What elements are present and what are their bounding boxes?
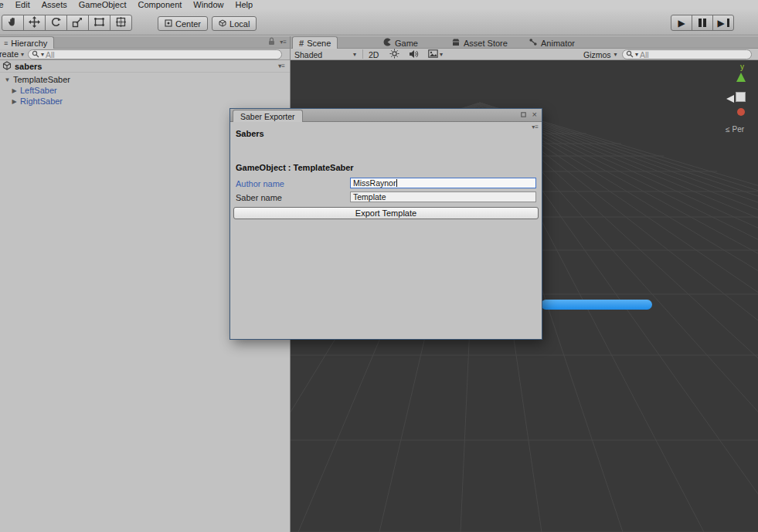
create-label: Create bbox=[0, 49, 19, 59]
exporter-heading: Sabers bbox=[236, 129, 264, 138]
y-axis-cone-icon[interactable] bbox=[736, 73, 746, 82]
pause-button[interactable] bbox=[692, 15, 713, 31]
sun-icon bbox=[389, 49, 399, 60]
chevron-down-icon: ▾ bbox=[353, 51, 356, 58]
pivot-center-button[interactable]: Center bbox=[158, 16, 208, 31]
scene-search-placeholder: All bbox=[640, 50, 649, 59]
tab-hierarchy[interactable]: ≡ Hierarchy bbox=[0, 36, 54, 49]
orientation-gizmo[interactable]: y ≤ Per bbox=[726, 64, 756, 141]
gizmos-dropdown[interactable]: Gizmos ▾ bbox=[583, 49, 617, 59]
hierarchy-tree: ▼ TemplateSaber ▶ LeftSaber ▶ RightSaber bbox=[0, 74, 290, 107]
move-tool-button[interactable] bbox=[23, 15, 46, 31]
scene-tabstrip: # Scene Game Asset Store Animator bbox=[291, 36, 758, 49]
tree-item-leftsaber[interactable]: ▶ LeftSaber bbox=[0, 85, 290, 96]
menu-bar: File Edit Assets GameObject Component Wi… bbox=[0, 0, 758, 9]
scene-search-input[interactable]: ▾ All bbox=[622, 49, 752, 59]
exporter-window-tab[interactable]: Saber Exporter bbox=[233, 110, 303, 122]
menu-item-window[interactable]: Window bbox=[193, 0, 223, 9]
transform-icon bbox=[115, 16, 127, 29]
image-effects-icon bbox=[428, 49, 438, 59]
gizmo-center-cube-icon[interactable] bbox=[736, 92, 746, 102]
play-icon: ▶ bbox=[678, 18, 685, 29]
axis-arm-icon[interactable] bbox=[726, 95, 734, 103]
hand-tool-button[interactable] bbox=[2, 15, 24, 31]
tree-item-rightsaber[interactable]: ▶ RightSaber bbox=[0, 96, 290, 107]
draw-mode-label: Shaded bbox=[294, 50, 322, 59]
game-tab-label: Game bbox=[395, 39, 418, 48]
create-dropdown[interactable]: Create ▾ bbox=[0, 49, 24, 59]
author-name-value: MissRaynor bbox=[353, 178, 396, 188]
lock-icon[interactable] bbox=[268, 37, 275, 47]
draw-mode-dropdown[interactable]: Shaded ▾ bbox=[294, 49, 356, 59]
hierarchy-search-input[interactable]: ▾ All bbox=[28, 49, 282, 59]
menu-item-assets[interactable]: Assets bbox=[42, 0, 67, 9]
pane-menu-icon[interactable]: ▾≡ bbox=[280, 39, 287, 46]
projection-label[interactable]: ≤ Per bbox=[726, 125, 744, 134]
move-icon bbox=[29, 16, 40, 29]
menu-item-component[interactable]: Component bbox=[138, 0, 182, 9]
author-name-field[interactable]: MissRaynor bbox=[350, 178, 536, 188]
scale-icon bbox=[72, 16, 83, 29]
projection-arrow-icon: ≤ bbox=[726, 125, 730, 134]
fold-closed-icon[interactable]: ▶ bbox=[11, 87, 18, 94]
pivot-center-label: Center bbox=[175, 19, 201, 29]
menu-item-file[interactable]: File bbox=[0, 0, 4, 9]
lighting-toggle-button[interactable] bbox=[389, 49, 399, 59]
fold-closed-icon[interactable]: ▶ bbox=[11, 98, 18, 105]
fold-open-icon[interactable]: ▼ bbox=[4, 76, 11, 83]
menu-item-help[interactable]: Help bbox=[235, 0, 253, 9]
game-icon bbox=[383, 38, 392, 48]
export-template-button[interactable]: Export Template bbox=[233, 207, 539, 219]
scene-hash-icon: # bbox=[299, 39, 304, 48]
playback-controls: ▶ ▶ bbox=[671, 15, 734, 31]
menu-item-gameobject[interactable]: GameObject bbox=[79, 0, 127, 9]
center-pivot-icon bbox=[165, 19, 172, 29]
tab-asset-store[interactable]: Asset Store bbox=[451, 37, 508, 49]
saber-exporter-window: Saber Exporter × ▾≡ Sabers GameObject : … bbox=[230, 109, 542, 339]
toggle-2d-button[interactable]: 2D bbox=[369, 49, 379, 59]
tree-item-label: LeftSaber bbox=[20, 86, 57, 95]
exporter-pane-menu-icon[interactable]: ▾≡ bbox=[532, 124, 539, 130]
tab-game[interactable]: Game bbox=[383, 37, 418, 49]
saber-name-field[interactable]: Template bbox=[350, 191, 536, 202]
step-button[interactable]: ▶ bbox=[712, 15, 734, 31]
scene-pane-menu-icon[interactable]: ▾≡ bbox=[278, 63, 285, 69]
tab-animator[interactable]: Animator bbox=[529, 37, 575, 49]
maximize-icon[interactable] bbox=[521, 110, 526, 119]
tree-item-templatesaber[interactable]: ▼ TemplateSaber bbox=[0, 74, 290, 85]
rotate-tool-button[interactable] bbox=[45, 15, 67, 31]
toggle-2d-label: 2D bbox=[369, 50, 379, 59]
menu-item-edit[interactable]: Edit bbox=[15, 0, 30, 9]
hierarchy-tab-icon: ≡ bbox=[4, 39, 8, 47]
scale-tool-button[interactable] bbox=[66, 15, 89, 31]
pause-icon bbox=[699, 19, 702, 27]
search-icon bbox=[626, 50, 634, 59]
rect-tool-button[interactable] bbox=[88, 15, 110, 31]
effects-dropdown-button[interactable]: ▾ bbox=[428, 49, 443, 59]
play-button[interactable]: ▶ bbox=[671, 15, 692, 31]
saber-name-label: Saber name bbox=[236, 193, 282, 202]
search-icon bbox=[32, 50, 39, 59]
scene-name-label: sabers bbox=[15, 62, 42, 71]
close-icon[interactable]: × bbox=[532, 110, 537, 119]
chevron-down-icon: ▾ bbox=[440, 51, 443, 58]
asset-store-tab-label: Asset Store bbox=[464, 39, 508, 48]
exporter-titlebar[interactable]: Saber Exporter × bbox=[230, 109, 542, 122]
saber-object[interactable] bbox=[541, 300, 652, 310]
transform-tool-button[interactable] bbox=[110, 15, 132, 31]
axis-y-label: y bbox=[740, 63, 744, 71]
exporter-window-title: Saber Exporter bbox=[240, 112, 295, 121]
tree-item-label: TemplateSaber bbox=[13, 75, 70, 84]
scene-asset-row[interactable]: sabers ▾≡ bbox=[0, 60, 290, 73]
tab-scene[interactable]: # Scene bbox=[292, 36, 338, 49]
x-axis-ball-icon[interactable] bbox=[737, 108, 745, 116]
saber-name-value: Template bbox=[353, 192, 386, 202]
export-template-label: Export Template bbox=[355, 208, 416, 218]
audio-toggle-button[interactable] bbox=[409, 49, 419, 59]
space-local-label: Local bbox=[229, 19, 250, 29]
pause-icon-bar bbox=[703, 19, 706, 27]
rect-icon bbox=[93, 16, 105, 29]
search-filter-chevron-icon: ▾ bbox=[41, 51, 44, 58]
space-local-button[interactable]: Local bbox=[212, 16, 257, 31]
gameobject-line: GameObject : TemplateSaber bbox=[236, 163, 354, 172]
